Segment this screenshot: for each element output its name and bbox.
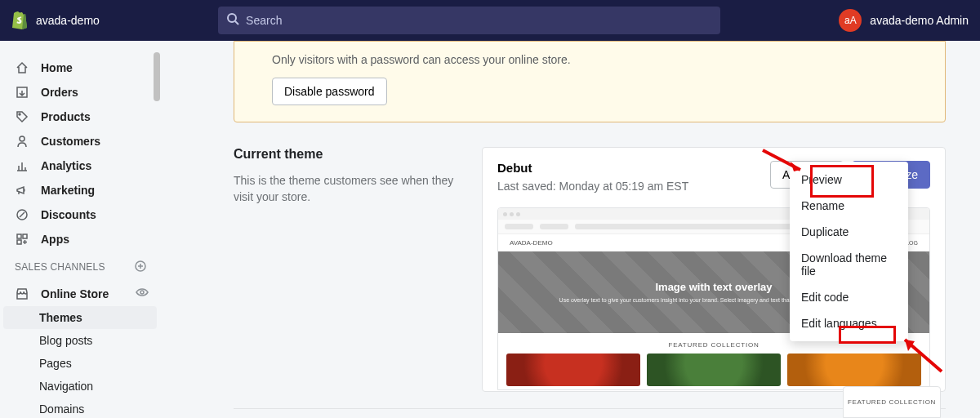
add-channel-icon[interactable] <box>134 260 149 274</box>
theme-section-info: Current theme This is the theme customer… <box>234 147 462 392</box>
tag-icon <box>15 109 29 124</box>
search-placeholder: Search <box>246 14 282 27</box>
sidebar-item-analytics[interactable]: Analytics <box>0 153 160 178</box>
sidebar-item-products[interactable]: Products <box>0 104 160 129</box>
sidebar-item-orders[interactable]: Orders <box>0 80 160 104</box>
sub-item-blog-posts[interactable]: Blog posts <box>0 329 160 352</box>
user-name: avada-demo Admin <box>870 14 969 27</box>
sales-channels-header: SALES CHANNELS <box>0 251 160 281</box>
sub-item-navigation[interactable]: Navigation <box>0 375 160 398</box>
user-menu[interactable]: aA avada-demo Admin <box>839 9 969 32</box>
discount-icon <box>15 207 29 222</box>
product-thumb <box>647 354 781 386</box>
svg-point-0 <box>228 14 236 22</box>
annotation-arrow1 <box>760 147 808 176</box>
svg-point-10 <box>140 291 144 294</box>
brand-name: avada-demo <box>36 14 100 27</box>
sidebar-item-marketing[interactable]: Marketing <box>0 178 160 202</box>
svg-rect-8 <box>17 240 21 244</box>
product-thumb <box>506 354 640 386</box>
sidebar-item-discounts[interactable]: Discounts <box>0 202 160 227</box>
svg-line-1 <box>235 21 238 24</box>
home-icon <box>15 60 29 75</box>
sidebar-item-online-store[interactable]: Online Store <box>0 281 160 306</box>
dropdown-edit-code[interactable]: Edit code <box>790 284 908 310</box>
person-icon <box>15 134 29 149</box>
svg-point-3 <box>19 113 20 115</box>
apps-icon <box>15 232 29 247</box>
featured-side-card: FEATURED COLLECTION <box>843 386 941 418</box>
annotation-editcode-box <box>839 326 896 344</box>
eye-icon[interactable] <box>136 286 149 301</box>
shopify-bag-icon <box>11 11 28 29</box>
avatar: aA <box>839 9 862 32</box>
theme-name: Debut <box>497 161 688 175</box>
sidebar: Home Orders Products Customers Analytics… <box>0 41 160 418</box>
theme-last-saved: Last saved: Monday at 05:19 am EST <box>497 180 688 193</box>
sub-item-themes[interactable]: Themes <box>3 306 157 329</box>
current-theme-title: Current theme <box>234 147 462 162</box>
current-theme-desc: This is the theme customers see when the… <box>234 173 462 205</box>
svg-point-4 <box>20 136 24 141</box>
search-input[interactable]: Search <box>218 7 720 34</box>
sidebar-item-home[interactable]: Home <box>0 56 160 80</box>
sub-item-domains[interactable]: Domains <box>0 398 160 418</box>
dropdown-download[interactable]: Download theme file <box>790 245 908 284</box>
dropdown-duplicate[interactable]: Duplicate <box>790 219 908 245</box>
brand-logo[interactable]: avada-demo <box>11 11 100 29</box>
chart-icon <box>15 158 29 173</box>
annotation-actions-box <box>810 165 874 198</box>
search-icon <box>226 12 239 29</box>
main-content: Only visitors with a password can access… <box>160 41 980 418</box>
sidebar-item-apps[interactable]: Apps <box>0 227 160 251</box>
svg-rect-7 <box>23 234 27 238</box>
sub-item-pages[interactable]: Pages <box>0 352 160 375</box>
svg-rect-6 <box>17 234 21 238</box>
disable-password-button[interactable]: Disable password <box>272 78 387 105</box>
orders-icon <box>15 85 29 100</box>
preview-products <box>498 354 929 389</box>
annotation-arrow2 <box>897 335 946 376</box>
megaphone-icon <box>15 183 29 198</box>
topbar: avada-demo Search aA avada-demo Admin <box>0 0 980 41</box>
store-icon <box>15 287 29 301</box>
sidebar-item-customers[interactable]: Customers <box>0 129 160 153</box>
banner-text: Only visitors with a password can access… <box>272 53 925 66</box>
password-banner: Only visitors with a password can access… <box>234 41 946 122</box>
